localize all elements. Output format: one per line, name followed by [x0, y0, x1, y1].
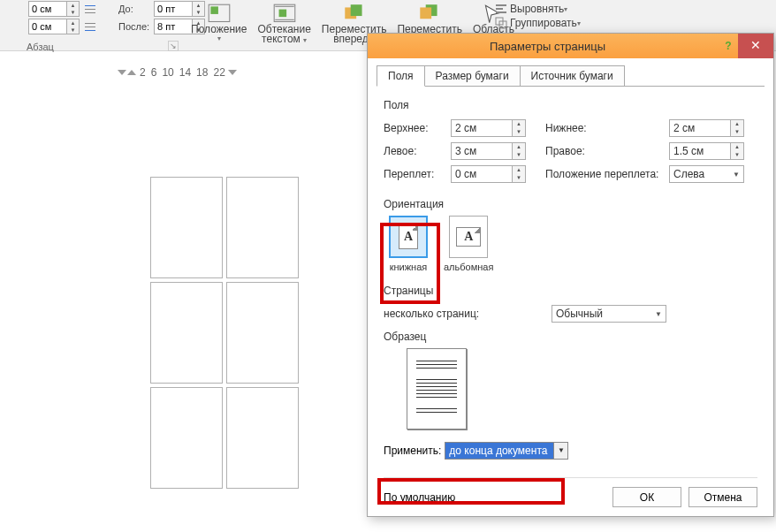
gutter-label: Переплет: [384, 168, 451, 180]
paragraph-dialog-launcher[interactable]: ↘ [168, 41, 179, 51]
dialog-titlebar[interactable]: Параметры страницы ? ✕ [368, 34, 773, 58]
svg-rect-4 [85, 27, 95, 27]
margin-bottom-spinner[interactable]: ▲▼ [731, 119, 744, 137]
position-button[interactable]: Положение▾ [186, 0, 252, 45]
gutter-position-select[interactable]: Слева▼ [669, 165, 744, 183]
margin-bottom-input[interactable]: 2 см [669, 119, 731, 137]
margin-right-input[interactable]: 1.5 см [669, 142, 731, 160]
margin-left-input[interactable]: 3 см [451, 142, 513, 160]
page-thumbnail[interactable] [226, 177, 299, 278]
ok-button[interactable]: ОК [612, 487, 681, 507]
svg-rect-13 [350, 4, 361, 16]
ruler-hanging-indent[interactable] [127, 70, 136, 75]
page-thumbnail[interactable] [150, 177, 223, 278]
margin-top-input[interactable]: 2 см [451, 119, 513, 137]
svg-rect-5 [85, 30, 95, 31]
apply-to-select[interactable]: до конца документа▼ [445, 442, 568, 460]
tab-paper-source[interactable]: Источник бумаги [520, 65, 625, 87]
margin-right-label: Правое: [545, 145, 669, 157]
align-button[interactable]: Выровнять ▾ [495, 2, 581, 16]
svg-rect-1 [85, 9, 95, 10]
page-thumbnail[interactable] [150, 282, 223, 384]
multi-pages-label: несколько страниц: [384, 308, 498, 320]
margin-top-label: Верхнее: [384, 122, 451, 134]
indent-left-spinner[interactable]: ▲▼ [67, 1, 80, 17]
preview-header: Образец [384, 331, 757, 343]
svg-rect-2 [85, 12, 95, 13]
svg-rect-0 [85, 5, 95, 6]
pages-header: Страницы [384, 285, 757, 297]
margin-right-spinner[interactable]: ▲▼ [731, 142, 744, 160]
paragraph-spacing-group: 0 см ▲▼ 0 см ▲▼ До: 0 пт ▲▼ После: 8 пт … [0, 0, 209, 35]
orientation-portrait[interactable]: A книжная [389, 216, 428, 272]
svg-rect-17 [496, 8, 503, 10]
group-button[interactable]: Группировать ▾ [495, 16, 581, 30]
svg-rect-9 [278, 10, 286, 18]
margins-header: Поля [384, 99, 757, 111]
text-wrap-button[interactable]: Обтеканиетекстом ▾ [252, 0, 316, 45]
page-thumbnail[interactable] [150, 387, 223, 489]
svg-rect-16 [496, 4, 506, 6]
apply-to-label: Применить: [384, 445, 441, 457]
tab-paper-size[interactable]: Размер бумаги [424, 65, 521, 87]
dialog-title: Параметры страницы [377, 40, 719, 53]
orientation-header: Ориентация [384, 198, 757, 210]
spacing-before-label: До: [118, 4, 154, 14]
ruler-first-line-indent[interactable] [118, 70, 126, 75]
indent-left-input[interactable]: 0 см [28, 1, 67, 17]
orientation-landscape[interactable]: A альбомная [444, 216, 493, 272]
page-setup-dialog: Параметры страницы ? ✕ Поля Размер бумаг… [367, 33, 774, 517]
help-button[interactable]: ? [719, 40, 738, 52]
svg-rect-7 [210, 6, 218, 14]
margin-top-spinner[interactable]: ▲▼ [513, 119, 526, 137]
close-button[interactable]: ✕ [738, 34, 773, 58]
svg-rect-18 [496, 11, 506, 13]
margin-bottom-label: Нижнее: [545, 122, 669, 134]
spacing-after-label: После: [118, 21, 154, 32]
page-thumbnail[interactable] [226, 387, 299, 489]
document-page-grid [150, 177, 299, 489]
gutter-input[interactable]: 0 см [451, 165, 513, 183]
spacing-before-icon [83, 3, 97, 17]
svg-rect-3 [85, 23, 95, 24]
tab-fields[interactable]: Поля [377, 65, 425, 87]
multi-pages-select[interactable]: Обычный▼ [552, 305, 666, 323]
indent-right-spinner[interactable]: ▲▼ [67, 19, 80, 34]
set-default-button[interactable]: По умолчанию [384, 491, 455, 504]
page-thumbnail[interactable] [226, 282, 299, 384]
cancel-button[interactable]: Отмена [689, 487, 757, 507]
ruler-right-indent[interactable] [228, 70, 237, 75]
svg-rect-15 [420, 7, 431, 19]
spacing-after-icon [83, 20, 97, 34]
gutter-position-label: Положение переплета: [545, 168, 669, 180]
margin-left-spinner[interactable]: ▲▼ [513, 142, 526, 160]
gutter-spinner[interactable]: ▲▼ [513, 165, 526, 183]
indent-right-input[interactable]: 0 см [28, 19, 67, 34]
paragraph-group-label: Абзац [27, 42, 54, 52]
margin-left-label: Левое: [384, 145, 451, 157]
page-preview [407, 348, 467, 429]
horizontal-ruler[interactable]: 2 6 10 14 18 22 [118, 65, 224, 80]
